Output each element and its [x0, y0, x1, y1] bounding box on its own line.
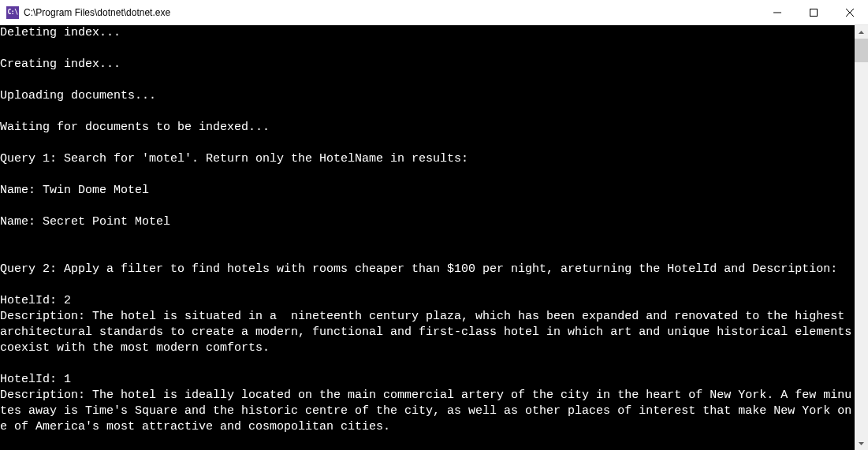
console-container: Deleting index... Creating index... Uplo… [0, 25, 868, 450]
app-icon: C:\ [6, 6, 19, 19]
window-titlebar: C:\ C:\Program Files\dotnet\dotnet.exe [0, 0, 868, 25]
close-button[interactable] [832, 0, 868, 24]
vertical-scrollbar[interactable] [855, 25, 868, 450]
scrollbar-track[interactable] [855, 39, 868, 437]
window-controls [759, 0, 868, 24]
scrollbar-down-arrow[interactable] [855, 437, 868, 450]
console-output[interactable]: Deleting index... Creating index... Uplo… [0, 25, 855, 450]
scrollbar-thumb[interactable] [855, 39, 868, 62]
window-title: C:\Program Files\dotnet\dotnet.exe [24, 7, 759, 18]
minimize-button[interactable] [759, 0, 795, 24]
scrollbar-up-arrow[interactable] [855, 25, 868, 39]
maximize-button[interactable] [795, 0, 832, 24]
svg-rect-1 [810, 9, 818, 16]
